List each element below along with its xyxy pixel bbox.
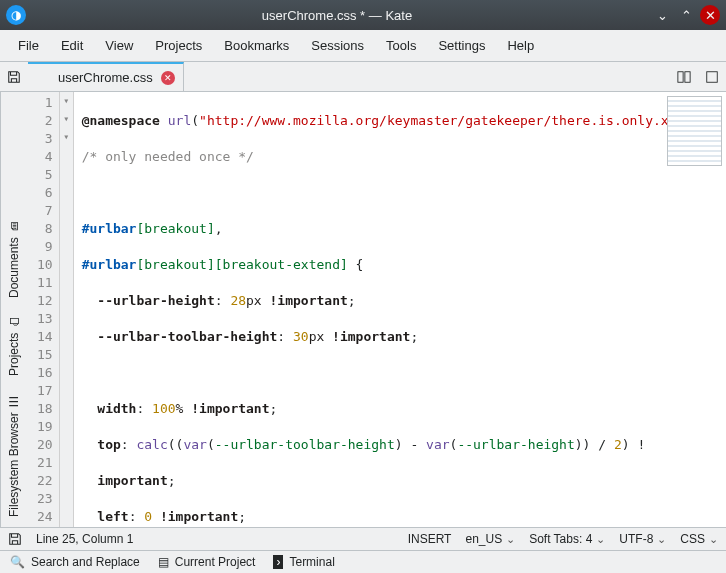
window-title: userChrome.css * — Kate bbox=[26, 8, 648, 23]
sidebar: Filesystem Browser ☰ Projects 🗀 Document… bbox=[0, 92, 27, 527]
cursor-position[interactable]: Line 25, Column 1 bbox=[36, 532, 133, 546]
split-view-icon[interactable] bbox=[670, 63, 698, 91]
menu-sessions[interactable]: Sessions bbox=[301, 34, 374, 57]
menu-bookmarks[interactable]: Bookmarks bbox=[214, 34, 299, 57]
close-button[interactable]: ✕ bbox=[700, 5, 720, 25]
titlebar: ◑ userChrome.css * — Kate ⌄ ⌃ ✕ bbox=[0, 0, 726, 30]
tabbar: userChrome.css ✕ bbox=[0, 62, 726, 92]
save-icon[interactable] bbox=[0, 63, 28, 91]
insert-mode[interactable]: INSERT bbox=[408, 532, 452, 546]
chevron-down-icon bbox=[657, 532, 666, 546]
menu-help[interactable]: Help bbox=[497, 34, 544, 57]
menu-tools[interactable]: Tools bbox=[376, 34, 426, 57]
menu-settings[interactable]: Settings bbox=[428, 34, 495, 57]
minimize-button[interactable]: ⌄ bbox=[652, 5, 672, 25]
line-gutter: 1234567891011121314151617181920212223242… bbox=[27, 92, 60, 527]
menu-view[interactable]: View bbox=[95, 34, 143, 57]
sidebar-item-documents[interactable]: Documents 🗎 bbox=[5, 216, 23, 302]
svg-rect-2 bbox=[707, 71, 718, 82]
encoding[interactable]: UTF-8 bbox=[619, 532, 666, 546]
search-icon: 🔍 bbox=[10, 555, 25, 569]
code-area[interactable]: @namespace url("http://www.mozilla.org/k… bbox=[74, 92, 726, 527]
menu-file[interactable]: File bbox=[8, 34, 49, 57]
menu-projects[interactable]: Projects bbox=[145, 34, 212, 57]
chevron-down-icon bbox=[709, 532, 718, 546]
chevron-down-icon bbox=[596, 532, 605, 546]
menubar: File Edit View Projects Bookmarks Sessio… bbox=[0, 30, 726, 62]
project-icon: ▤ bbox=[158, 555, 169, 569]
minimap[interactable] bbox=[667, 96, 722, 166]
syntax-mode[interactable]: CSS bbox=[680, 532, 718, 546]
sidebar-item-filesystem[interactable]: Filesystem Browser ☰ bbox=[5, 390, 23, 521]
panel-project[interactable]: ▤Current Project bbox=[158, 555, 256, 569]
panel-terminal[interactable]: ›Terminal bbox=[273, 555, 334, 569]
statusbar: Line 25, Column 1 INSERT en_US Soft Tabs… bbox=[0, 527, 726, 550]
spellcheck-lang[interactable]: en_US bbox=[465, 532, 515, 546]
svg-rect-1 bbox=[685, 71, 690, 82]
sidebar-item-projects[interactable]: Projects 🗀 bbox=[5, 312, 23, 380]
maximize-button[interactable]: ⌃ bbox=[676, 5, 696, 25]
fold-gutter[interactable]: ▾ ▾ ▾ bbox=[60, 92, 74, 527]
menu-edit[interactable]: Edit bbox=[51, 34, 93, 57]
app-logo-icon: ◑ bbox=[6, 5, 26, 25]
indent-mode[interactable]: Soft Tabs: 4 bbox=[529, 532, 605, 546]
terminal-icon: › bbox=[273, 555, 283, 569]
quick-open-icon[interactable] bbox=[698, 63, 726, 91]
editor[interactable]: 1234567891011121314151617181920212223242… bbox=[27, 92, 726, 527]
save-icon[interactable] bbox=[8, 532, 22, 546]
bottom-panel-bar: 🔍Search and Replace ▤Current Project ›Te… bbox=[0, 550, 726, 573]
panel-search[interactable]: 🔍Search and Replace bbox=[10, 555, 140, 569]
chevron-down-icon bbox=[506, 532, 515, 546]
close-tab-icon[interactable]: ✕ bbox=[161, 71, 175, 85]
tab-label: userChrome.css bbox=[58, 70, 153, 85]
file-tab[interactable]: userChrome.css ✕ bbox=[28, 62, 184, 91]
svg-rect-0 bbox=[678, 71, 683, 82]
